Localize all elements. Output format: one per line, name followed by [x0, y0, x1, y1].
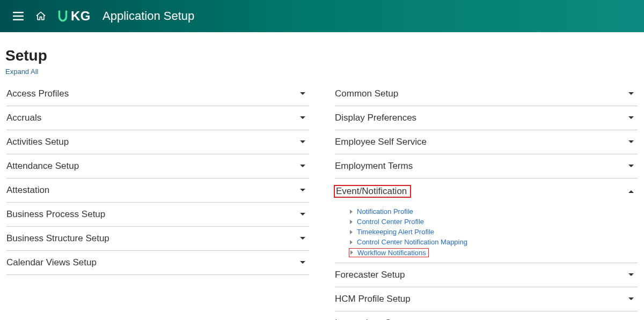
triangle-icon: [350, 240, 353, 244]
header-app-title: Application Setup: [103, 9, 194, 23]
caret-down-icon: [298, 258, 307, 267]
caret-down-icon: [627, 114, 635, 122]
accordion-label: Accruals: [6, 113, 41, 123]
sub-link[interactable]: Control Center Notification Mapping: [357, 238, 467, 246]
accordion-item: Access Profiles: [6, 82, 309, 106]
accordion-item: Calendar Views Setup: [6, 251, 309, 275]
accordion-label: Forecaster Setup: [335, 270, 405, 280]
logo-text: KG: [71, 9, 91, 24]
accordion-label: Attendance Setup: [6, 161, 79, 172]
caret-down-icon: [627, 138, 635, 146]
sub-link[interactable]: Notification Profile: [357, 207, 413, 215]
accordion-label: Employment Terms: [335, 161, 413, 172]
accordion-label: HCM Profile Setup: [335, 294, 411, 304]
sub-item: Control Center Notification Mapping: [350, 237, 638, 247]
accordion-item: HCM Profile Setup: [335, 287, 638, 311]
accordion-label: Attestation: [6, 185, 49, 196]
sub-link[interactable]: Workflow Notifications: [357, 249, 426, 257]
accordion-header[interactable]: Employment Terms: [335, 154, 638, 178]
accordion-item: Common Setup: [335, 82, 638, 106]
accordion-header[interactable]: Display Preferences: [335, 106, 638, 130]
caret-down-icon: [627, 162, 635, 170]
caret-down-icon: [298, 162, 307, 170]
content-area: Setup Expand All Access ProfilesAccruals…: [0, 32, 644, 320]
accordion-item: Attestation: [6, 178, 309, 203]
accordion-header[interactable]: Access Profiles: [6, 82, 309, 106]
caret-down-icon: [298, 90, 307, 98]
accordion-header[interactable]: Employee Self Service: [335, 130, 638, 154]
accordion-item: Employment Terms: [335, 154, 638, 178]
accordion-label: Integrations Setup: [335, 318, 409, 321]
accordion-item: Attendance Setup: [6, 154, 309, 178]
sub-item-highlight: Workflow Notifications: [349, 248, 429, 257]
accordion-header[interactable]: Event/Notification: [335, 178, 638, 204]
accordion-item: Activities Setup: [6, 130, 309, 154]
accordion-label: Display Preferences: [335, 113, 416, 123]
accordion-item: Forecaster Setup: [335, 263, 638, 287]
accordion-item: Accruals: [6, 106, 309, 130]
accordion-header[interactable]: Integrations Setup: [335, 311, 638, 321]
page-title: Setup: [5, 47, 638, 64]
accordion-label: Calendar Views Setup: [6, 257, 97, 268]
accordion-item: Business Structure Setup: [6, 227, 309, 251]
accordion-item: Integrations Setup: [335, 311, 638, 321]
sub-item: Timekeeping Alert Profile: [350, 227, 638, 237]
svg-rect-0: [13, 12, 24, 13]
caret-down-icon: [627, 295, 635, 303]
sub-item: Control Center Profile: [350, 217, 638, 227]
right-column: Common SetupDisplay PreferencesEmployee …: [335, 82, 638, 320]
highlight-box: Event/Notification: [334, 185, 411, 198]
caret-down-icon: [298, 210, 307, 219]
accordion-header[interactable]: Forecaster Setup: [335, 263, 638, 287]
triangle-icon: [350, 210, 353, 214]
triangle-icon: [350, 220, 353, 224]
accordion-header[interactable]: Attendance Setup: [6, 154, 309, 178]
caret-down-icon: [298, 114, 307, 122]
caret-down-icon: [298, 186, 307, 195]
app-header: KG Application Setup: [0, 0, 644, 32]
accordion-header[interactable]: HCM Profile Setup: [335, 287, 638, 311]
accordion-label: Access Profiles: [6, 88, 69, 99]
ukg-logo: KG: [56, 9, 91, 24]
sub-item: Notification Profile: [350, 206, 638, 217]
accordion-header[interactable]: Business Process Setup: [6, 203, 309, 226]
accordion-item: Display Preferences: [335, 106, 638, 130]
sub-link[interactable]: Timekeeping Alert Profile: [357, 228, 434, 236]
accordion-label: Event/Notification: [335, 185, 411, 198]
accordion-label: Employee Self Service: [335, 137, 427, 147]
caret-down-icon: [298, 138, 307, 146]
accordion-item: Employee Self Service: [335, 130, 638, 154]
svg-point-4: [65, 11, 67, 12]
svg-point-3: [58, 11, 60, 12]
left-column: Access ProfilesAccrualsActivities SetupA…: [6, 82, 309, 320]
accordion-header[interactable]: Calendar Views Setup: [6, 251, 309, 274]
columns-wrapper: Access ProfilesAccrualsActivities SetupA…: [6, 82, 638, 320]
accordion-header[interactable]: Activities Setup: [6, 130, 309, 154]
home-icon[interactable]: [33, 9, 48, 24]
sub-list: Notification ProfileControl Center Profi…: [335, 204, 638, 263]
accordion-label: Activities Setup: [6, 137, 69, 147]
triangle-icon: [350, 250, 353, 255]
accordion-label: Business Process Setup: [6, 209, 105, 220]
caret-up-icon: [627, 187, 635, 196]
hamburger-menu-icon[interactable]: [11, 9, 26, 24]
accordion-header[interactable]: Accruals: [6, 106, 309, 130]
accordion-header[interactable]: Common Setup: [335, 82, 638, 106]
accordion-header[interactable]: Attestation: [6, 178, 309, 202]
accordion-header[interactable]: Business Structure Setup: [6, 227, 309, 250]
svg-rect-1: [13, 16, 24, 17]
accordion-label: Common Setup: [335, 88, 398, 99]
accordion-item: Event/NotificationNotification ProfileCo…: [335, 178, 638, 263]
triangle-icon: [350, 230, 353, 234]
svg-rect-2: [13, 19, 24, 20]
expand-all-link[interactable]: Expand All: [5, 68, 38, 76]
sub-link[interactable]: Control Center Profile: [357, 218, 424, 226]
caret-down-icon: [627, 90, 635, 98]
caret-down-icon: [627, 271, 635, 279]
caret-down-icon: [298, 234, 307, 243]
accordion-label: Business Structure Setup: [6, 233, 109, 244]
accordion-item: Business Process Setup: [6, 203, 309, 227]
